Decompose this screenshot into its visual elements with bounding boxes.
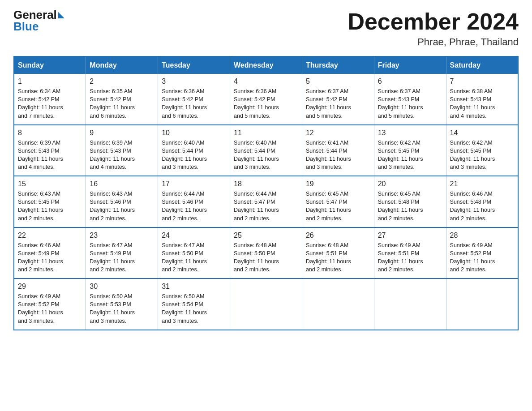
calendar-cell: 31Sunrise: 6:50 AMSunset: 5:54 PMDayligh… xyxy=(158,278,230,330)
calendar-cell: 18Sunrise: 6:44 AMSunset: 5:47 PMDayligh… xyxy=(230,176,302,227)
day-info: Sunrise: 6:45 AMSunset: 5:48 PMDaylight:… xyxy=(378,190,442,223)
calendar-cell: 15Sunrise: 6:43 AMSunset: 5:45 PMDayligh… xyxy=(14,176,86,227)
calendar-cell xyxy=(446,278,518,330)
calendar-cell: 14Sunrise: 6:42 AMSunset: 5:45 PMDayligh… xyxy=(446,125,518,176)
day-info: Sunrise: 6:36 AMSunset: 5:42 PMDaylight:… xyxy=(162,87,226,120)
day-number: 9 xyxy=(90,129,154,137)
calendar-cell: 27Sunrise: 6:49 AMSunset: 5:51 PMDayligh… xyxy=(374,227,446,279)
logo: General Blue xyxy=(13,9,64,34)
week-row-4: 22Sunrise: 6:46 AMSunset: 5:49 PMDayligh… xyxy=(14,227,518,279)
calendar-cell: 11Sunrise: 6:40 AMSunset: 5:44 PMDayligh… xyxy=(230,125,302,176)
week-row-2: 8Sunrise: 6:39 AMSunset: 5:43 PMDaylight… xyxy=(14,125,518,176)
day-number: 29 xyxy=(18,283,82,291)
day-info: Sunrise: 6:44 AMSunset: 5:46 PMDaylight:… xyxy=(162,190,226,223)
day-info: Sunrise: 6:38 AMSunset: 5:43 PMDaylight:… xyxy=(450,87,514,120)
day-number: 22 xyxy=(18,231,82,240)
day-info: Sunrise: 6:49 AMSunset: 5:52 PMDaylight:… xyxy=(18,292,82,325)
day-number: 8 xyxy=(18,129,82,137)
day-number: 20 xyxy=(378,180,442,188)
calendar-cell: 30Sunrise: 6:50 AMSunset: 5:53 PMDayligh… xyxy=(86,278,158,330)
calendar-cell: 10Sunrise: 6:40 AMSunset: 5:44 PMDayligh… xyxy=(158,125,230,176)
day-info: Sunrise: 6:40 AMSunset: 5:44 PMDaylight:… xyxy=(162,139,226,171)
day-info: Sunrise: 6:43 AMSunset: 5:46 PMDaylight:… xyxy=(90,190,154,223)
header-saturday: Saturday xyxy=(446,56,518,74)
calendar-cell: 22Sunrise: 6:46 AMSunset: 5:49 PMDayligh… xyxy=(14,227,86,279)
day-info: Sunrise: 6:49 AMSunset: 5:52 PMDaylight:… xyxy=(450,241,514,274)
day-number: 12 xyxy=(306,129,370,137)
day-info: Sunrise: 6:39 AMSunset: 5:43 PMDaylight:… xyxy=(18,139,82,171)
day-number: 10 xyxy=(162,129,226,137)
header-tuesday: Tuesday xyxy=(158,56,230,74)
day-info: Sunrise: 6:37 AMSunset: 5:43 PMDaylight:… xyxy=(378,87,442,120)
day-info: Sunrise: 6:43 AMSunset: 5:45 PMDaylight:… xyxy=(18,190,82,223)
calendar-table: SundayMondayTuesdayWednesdayThursdayFrid… xyxy=(13,56,519,330)
calendar-cell: 28Sunrise: 6:49 AMSunset: 5:52 PMDayligh… xyxy=(446,227,518,279)
day-info: Sunrise: 6:34 AMSunset: 5:42 PMDaylight:… xyxy=(18,87,82,120)
calendar-cell: 2Sunrise: 6:35 AMSunset: 5:42 PMDaylight… xyxy=(86,74,158,125)
calendar-cell: 29Sunrise: 6:49 AMSunset: 5:52 PMDayligh… xyxy=(14,278,86,330)
calendar-cell: 20Sunrise: 6:45 AMSunset: 5:48 PMDayligh… xyxy=(374,176,446,227)
logo-arrow-icon xyxy=(58,12,64,18)
day-info: Sunrise: 6:35 AMSunset: 5:42 PMDaylight:… xyxy=(90,87,154,120)
calendar-cell: 16Sunrise: 6:43 AMSunset: 5:46 PMDayligh… xyxy=(86,176,158,227)
calendar-cell: 4Sunrise: 6:36 AMSunset: 5:42 PMDaylight… xyxy=(230,74,302,125)
day-info: Sunrise: 6:46 AMSunset: 5:49 PMDaylight:… xyxy=(18,241,82,274)
calendar-cell: 24Sunrise: 6:47 AMSunset: 5:50 PMDayligh… xyxy=(158,227,230,279)
day-number: 31 xyxy=(162,283,226,291)
day-info: Sunrise: 6:40 AMSunset: 5:44 PMDaylight:… xyxy=(234,139,298,171)
day-number: 1 xyxy=(18,77,82,86)
calendar-cell: 19Sunrise: 6:45 AMSunset: 5:47 PMDayligh… xyxy=(302,176,374,227)
header-row: SundayMondayTuesdayWednesdayThursdayFrid… xyxy=(14,56,518,74)
day-number: 3 xyxy=(162,77,226,86)
day-info: Sunrise: 6:48 AMSunset: 5:51 PMDaylight:… xyxy=(306,241,370,274)
calendar-body: 1Sunrise: 6:34 AMSunset: 5:42 PMDaylight… xyxy=(14,74,518,330)
calendar-cell: 13Sunrise: 6:42 AMSunset: 5:45 PMDayligh… xyxy=(374,125,446,176)
day-number: 25 xyxy=(234,231,298,240)
header-monday: Monday xyxy=(86,56,158,74)
calendar-cell: 25Sunrise: 6:48 AMSunset: 5:50 PMDayligh… xyxy=(230,227,302,279)
day-number: 30 xyxy=(90,283,154,291)
day-number: 4 xyxy=(234,77,298,86)
day-number: 18 xyxy=(234,180,298,188)
calendar-cell: 5Sunrise: 6:37 AMSunset: 5:42 PMDaylight… xyxy=(302,74,374,125)
day-number: 24 xyxy=(162,231,226,240)
calendar-header: SundayMondayTuesdayWednesdayThursdayFrid… xyxy=(14,56,518,74)
day-number: 26 xyxy=(306,231,370,240)
calendar-subtitle: Phrae, Phrae, Thailand xyxy=(348,36,519,48)
calendar-cell: 3Sunrise: 6:36 AMSunset: 5:42 PMDaylight… xyxy=(158,74,230,125)
day-info: Sunrise: 6:42 AMSunset: 5:45 PMDaylight:… xyxy=(450,139,514,171)
header-wednesday: Wednesday xyxy=(230,56,302,74)
day-number: 5 xyxy=(306,77,370,86)
day-number: 7 xyxy=(450,77,514,86)
day-info: Sunrise: 6:37 AMSunset: 5:42 PMDaylight:… xyxy=(306,87,370,120)
logo-blue-text: Blue xyxy=(13,20,39,34)
day-info: Sunrise: 6:39 AMSunset: 5:43 PMDaylight:… xyxy=(90,139,154,171)
day-number: 2 xyxy=(90,77,154,86)
day-number: 21 xyxy=(450,180,514,188)
week-row-3: 15Sunrise: 6:43 AMSunset: 5:45 PMDayligh… xyxy=(14,176,518,227)
calendar-cell: 12Sunrise: 6:41 AMSunset: 5:44 PMDayligh… xyxy=(302,125,374,176)
day-info: Sunrise: 6:42 AMSunset: 5:45 PMDaylight:… xyxy=(378,139,442,171)
day-info: Sunrise: 6:36 AMSunset: 5:42 PMDaylight:… xyxy=(234,87,298,120)
calendar-cell: 17Sunrise: 6:44 AMSunset: 5:46 PMDayligh… xyxy=(158,176,230,227)
calendar-cell xyxy=(374,278,446,330)
header-thursday: Thursday xyxy=(302,56,374,74)
calendar-title: December 2024 xyxy=(348,9,519,34)
week-row-5: 29Sunrise: 6:49 AMSunset: 5:52 PMDayligh… xyxy=(14,278,518,330)
day-info: Sunrise: 6:48 AMSunset: 5:50 PMDaylight:… xyxy=(234,241,298,274)
day-number: 13 xyxy=(378,129,442,137)
day-info: Sunrise: 6:46 AMSunset: 5:48 PMDaylight:… xyxy=(450,190,514,223)
day-info: Sunrise: 6:50 AMSunset: 5:54 PMDaylight:… xyxy=(162,292,226,325)
header-sunday: Sunday xyxy=(14,56,86,74)
day-number: 15 xyxy=(18,180,82,188)
page-header: General Blue December 2024 Phrae, Phrae,… xyxy=(13,9,519,48)
header-friday: Friday xyxy=(374,56,446,74)
day-info: Sunrise: 6:47 AMSunset: 5:50 PMDaylight:… xyxy=(162,241,226,274)
day-info: Sunrise: 6:49 AMSunset: 5:51 PMDaylight:… xyxy=(378,241,442,274)
calendar-cell: 1Sunrise: 6:34 AMSunset: 5:42 PMDaylight… xyxy=(14,74,86,125)
calendar-cell: 9Sunrise: 6:39 AMSunset: 5:43 PMDaylight… xyxy=(86,125,158,176)
calendar-cell: 21Sunrise: 6:46 AMSunset: 5:48 PMDayligh… xyxy=(446,176,518,227)
calendar-cell xyxy=(302,278,374,330)
day-number: 11 xyxy=(234,129,298,137)
day-number: 27 xyxy=(378,231,442,240)
